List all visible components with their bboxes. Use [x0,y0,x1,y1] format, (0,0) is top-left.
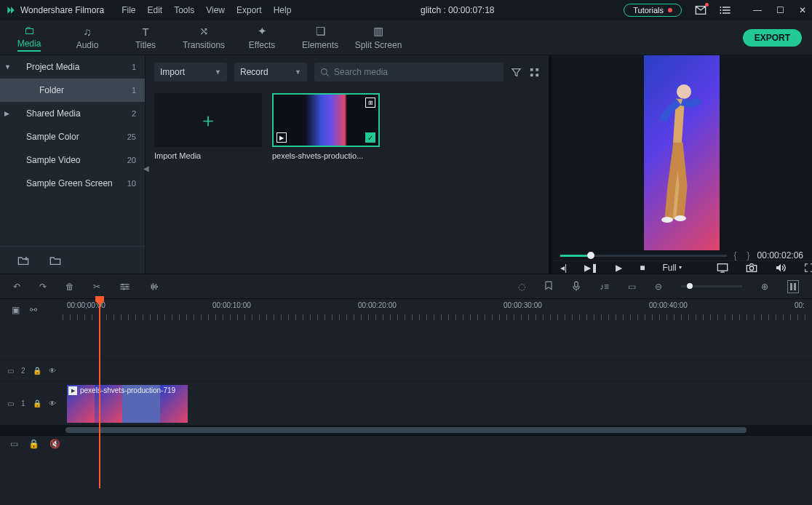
menu-tools[interactable]: Tools [174,5,194,15]
fullscreen-icon[interactable] [804,263,812,273]
adjust-icon[interactable] [119,282,130,292]
import-dropdown[interactable]: Import▼ [154,63,227,81]
tab-split-screen[interactable]: ▥Split Screen [349,20,407,55]
bottom-strip: ▭ 🔒 🔇 [0,435,812,451]
tutorials-button[interactable]: Tutorials [624,4,682,17]
quality-dropdown[interactable]: Full ▾ [662,263,681,273]
voiceover-icon[interactable] [572,281,581,292]
tree-project-media[interactable]: ▼Project Media1 [0,55,145,79]
tree-sample-video[interactable]: Sample Video20 [0,148,145,172]
zoom-in-icon[interactable]: ⊕ [761,282,768,292]
mark-out-icon[interactable]: } [747,250,750,261]
tree-sample-color[interactable]: Sample Color25 [0,125,145,148]
tree-folder[interactable]: Folder1 [0,79,145,102]
svg-rect-5 [536,68,538,71]
minimize-icon[interactable]: — [753,5,762,15]
zoom-out-icon[interactable]: ⊖ [655,282,662,292]
tab-titles[interactable]: TTitles [116,20,175,55]
menu-edit[interactable]: Edit [148,5,163,15]
mark-in-icon[interactable]: { [734,250,737,261]
project-title: glitch : 00:00:07:18 [301,5,613,15]
preview-panel: {} 00:00:02:06 ◂| ▶❚ ▶ ■ Full ▾ [549,55,812,274]
import-media-tile[interactable]: ＋ Import Media [154,93,262,160]
volume-icon[interactable] [775,263,787,273]
redo-icon[interactable]: ↷ [39,282,47,292]
render-icon[interactable]: ◌ [518,282,525,292]
search-input[interactable] [334,67,498,77]
tab-media[interactable]: 🗀Media [0,20,58,55]
grid-view-icon[interactable] [529,67,540,78]
track-link-icon[interactable]: ▭ [7,399,14,407]
messages-icon[interactable] [695,5,706,15]
panel-collapse-icon[interactable]: ◀ [143,164,149,172]
tab-elements[interactable]: ❏Elements [291,20,349,55]
lock-icon[interactable]: 🔒 [33,367,41,375]
title-bar: Wondershare Filmora File Edit Tools View… [0,0,812,20]
close-icon[interactable]: ✕ [799,5,806,15]
track-link-icon[interactable]: ▭ [10,439,18,449]
audio-mixer-icon[interactable]: ♪≡ [600,282,609,292]
lock-icon[interactable]: 🔒 [33,399,41,407]
timeline-options-icon[interactable]: ▣ [12,305,20,315]
top-menu: File Edit Tools View Export Help [122,5,291,15]
menu-view[interactable]: View [206,5,225,15]
preview-viewport[interactable] [552,55,812,250]
preview-timecode: 00:00:02:06 [757,250,803,261]
clip-type-icon: ⊞ [365,98,375,108]
stop-icon[interactable]: ■ [640,263,645,273]
preview-scrubber[interactable] [560,255,727,257]
clip-expand-icon: ▶ [276,132,287,143]
menu-help[interactable]: Help [274,5,292,15]
tab-transitions[interactable]: ⤭Transitions [175,20,233,55]
timeline-clip[interactable]: ▶ pexels-shvets-production-719 [67,385,188,423]
search-input-wrap[interactable] [314,63,503,81]
mute-icon[interactable]: 🔇 [49,439,60,449]
visibility-icon[interactable]: 👁 [49,399,56,407]
step-back-icon[interactable]: ◂| [560,263,567,273]
zoom-slider[interactable] [681,285,742,287]
svg-rect-7 [536,73,538,76]
marker-icon[interactable] [544,281,553,292]
display-icon[interactable] [717,263,728,273]
record-dropdown[interactable]: Record▼ [234,63,307,81]
delete-icon[interactable]: 🗑 [65,282,74,292]
track-video-1[interactable]: ▭1🔒👁 ▶ pexels-shvets-production-719 [0,381,812,425]
tab-audio[interactable]: ♫Audio [58,20,116,55]
track-video-2[interactable]: ▭2🔒👁 [0,359,812,381]
visibility-icon[interactable]: 👁 [49,367,56,375]
track-link-icon[interactable]: ▭ [7,367,14,375]
link-icon[interactable]: ⚯ [30,305,37,315]
export-button[interactable]: EXPORT [743,29,802,47]
timeline-pause-icon[interactable] [787,280,799,293]
timeline-ruler-row: ▣ ⚯ 00:00;00:00 00:00:10:00 00:00:20:00 … [0,298,812,320]
search-icon [320,68,330,77]
undo-icon[interactable]: ↶ [13,282,20,292]
menu-file[interactable]: File [122,5,135,15]
playhead[interactable] [99,299,100,488]
waveform-icon[interactable] [149,282,161,292]
media-clip-tile[interactable]: ⊞ ▶ ✓ pexels-shvets-productio... [272,93,380,160]
folder-icon[interactable] [49,255,61,266]
timeline-ruler[interactable]: 00:00;00:00 00:00:10:00 00:00:20:00 00:0… [63,299,812,320]
filter-icon[interactable] [511,67,522,78]
maximize-icon[interactable]: ☐ [776,5,784,15]
tree-shared-media[interactable]: ▶Shared Media2 [0,102,145,125]
lock-icon[interactable]: 🔒 [28,439,39,449]
menu-export[interactable]: Export [236,5,262,15]
svg-rect-4 [530,68,533,71]
svg-point-10 [674,215,686,221]
crop-icon[interactable]: ▭ [628,282,636,292]
main-tabs: 🗀Media ♫Audio TTitles ⤭Transitions ✦Effe… [0,20,812,55]
play-icon[interactable]: ▶ [616,263,622,273]
folder-icon: 🗀 [24,24,35,36]
svg-rect-11 [717,263,727,270]
timeline-scrollbar[interactable] [0,425,812,435]
tree-sample-green[interactable]: Sample Green Screen10 [0,172,145,195]
notification-dot-icon [668,8,672,12]
task-list-icon[interactable] [720,5,731,15]
play-pause-icon[interactable]: ▶❚ [584,263,598,273]
cut-icon[interactable]: ✂ [93,282,100,292]
snapshot-icon[interactable] [746,263,757,273]
tab-effects[interactable]: ✦Effects [233,20,291,55]
new-folder-icon[interactable] [17,255,29,266]
